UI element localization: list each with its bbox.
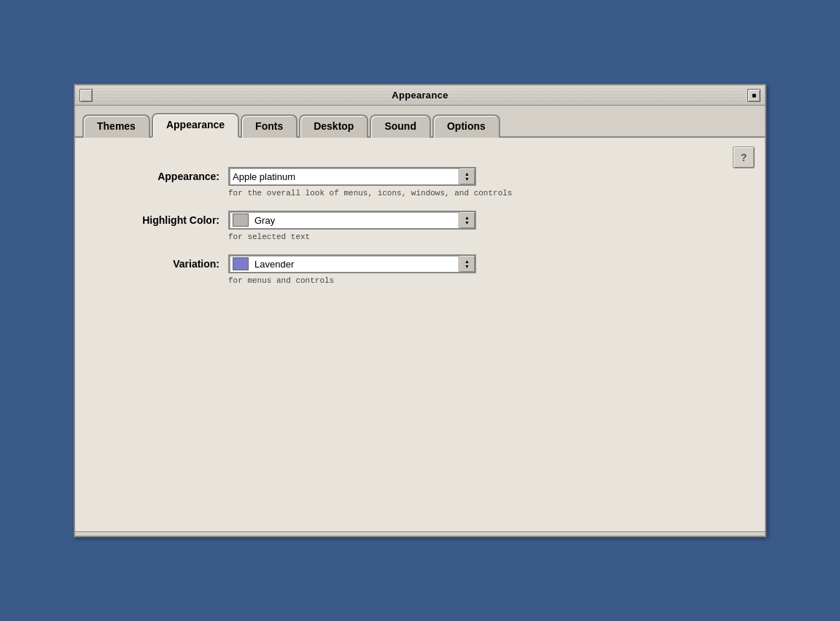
highlight-color-label: Highlight Color: bbox=[97, 211, 228, 226]
appearance-row: Appearance: Apple platinum ▲ ▼ for the o… bbox=[97, 167, 743, 198]
window-title: Appearance bbox=[93, 90, 747, 101]
variation-hint: for menus and controls bbox=[228, 276, 476, 285]
title-bar: Appearance ■ bbox=[75, 85, 765, 106]
arrow-down-icon: ▼ bbox=[464, 176, 470, 181]
zoom-button[interactable]: ■ bbox=[747, 89, 761, 102]
appearance-arrows[interactable]: ▲ ▼ bbox=[459, 168, 475, 184]
variation-label: Variation: bbox=[97, 254, 228, 270]
highlight-color-arrows[interactable]: ▲ ▼ bbox=[459, 212, 475, 228]
content-area: ? Appearance: Apple platinum ▲ ▼ for the… bbox=[75, 138, 765, 531]
variation-arrows[interactable]: ▲ ▼ bbox=[459, 256, 475, 272]
highlight-color-value: Gray bbox=[252, 215, 459, 226]
highlight-color-select[interactable]: Gray ▲ ▼ bbox=[228, 211, 476, 230]
highlight-color-field-group: Gray ▲ ▼ for selected text bbox=[228, 211, 476, 241]
arrow-down-icon: ▼ bbox=[464, 264, 470, 269]
tab-themes[interactable]: Themes bbox=[82, 114, 150, 139]
appearance-value: Apple platinum bbox=[230, 171, 459, 182]
tabs-row: Themes Appearance Fonts Desktop Sound Op… bbox=[75, 106, 765, 138]
appearance-label: Appearance: bbox=[97, 167, 228, 182]
bottom-border bbox=[75, 531, 765, 536]
main-window: Appearance ■ Themes Appearance Fonts Des… bbox=[74, 84, 766, 537]
help-button[interactable]: ? bbox=[733, 147, 755, 168]
variation-row: Variation: Lavender ▲ ▼ for menus and co… bbox=[97, 254, 743, 285]
variation-value: Lavender bbox=[252, 259, 459, 270]
close-button[interactable] bbox=[79, 89, 93, 102]
appearance-hint: for the overall look of menus, icons, wi… bbox=[228, 189, 512, 198]
variation-swatch bbox=[233, 257, 249, 270]
arrow-up-icon: ▲ bbox=[464, 215, 470, 220]
help-icon: ? bbox=[741, 152, 747, 163]
variation-field-group: Lavender ▲ ▼ for menus and controls bbox=[228, 254, 476, 285]
tab-fonts[interactable]: Fonts bbox=[241, 114, 298, 139]
tab-sound[interactable]: Sound bbox=[370, 114, 431, 139]
tab-options[interactable]: Options bbox=[432, 114, 500, 139]
zoom-icon: ■ bbox=[752, 91, 756, 99]
form-section: Appearance: Apple platinum ▲ ▼ for the o… bbox=[97, 167, 743, 285]
appearance-field-group: Apple platinum ▲ ▼ for the overall look … bbox=[228, 167, 512, 198]
highlight-color-row: Highlight Color: Gray ▲ ▼ for selected t… bbox=[97, 211, 743, 241]
appearance-select[interactable]: Apple platinum ▲ ▼ bbox=[228, 167, 476, 186]
variation-select[interactable]: Lavender ▲ ▼ bbox=[228, 254, 476, 273]
highlight-color-swatch bbox=[233, 214, 249, 227]
highlight-color-hint: for selected text bbox=[228, 233, 476, 241]
tab-desktop[interactable]: Desktop bbox=[299, 114, 368, 139]
arrow-up-icon: ▲ bbox=[464, 171, 470, 176]
arrow-down-icon: ▼ bbox=[464, 220, 470, 225]
arrow-up-icon: ▲ bbox=[464, 259, 470, 264]
tab-appearance[interactable]: Appearance bbox=[152, 113, 239, 138]
